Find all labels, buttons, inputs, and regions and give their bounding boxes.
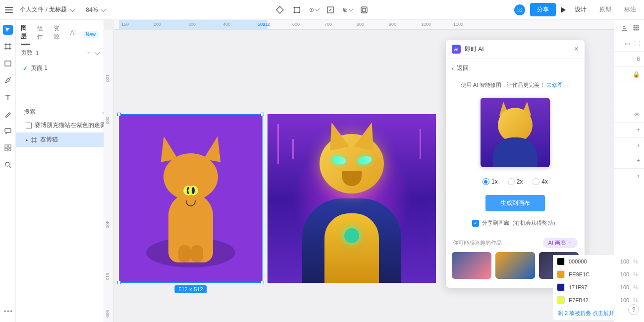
ai-panel-title: 即时 AI (465, 45, 484, 54)
more-icon[interactable]: ••• (4, 308, 13, 315)
svg-point-23 (638, 25, 639, 27)
pencil-icon[interactable] (3, 109, 13, 119)
svg-rect-0 (276, 6, 283, 13)
frame-tool-icon[interactable] (3, 42, 13, 52)
svg-rect-11 (361, 7, 367, 13)
scale-2x-radio[interactable]: 2x (508, 178, 523, 185)
color-row[interactable]: E7FB42100% (553, 294, 642, 307)
rectangle-icon[interactable] (3, 59, 13, 68)
resize-handle[interactable] (117, 113, 121, 116)
chevron-left-icon: ‹ (452, 65, 454, 72)
share-button[interactable]: 分享 (530, 3, 556, 16)
ai-panel: AI 即时 AI × ‹ 返回 使用 AI 智能修图，让作品更完美！ 去修图 →… (446, 40, 585, 288)
svg-point-18 (8, 148, 11, 151)
svg-rect-1 (294, 7, 299, 12)
image-layer-icon (26, 123, 32, 129)
lock-icon[interactable]: 🔒 (633, 71, 640, 78)
resize-handle[interactable] (261, 113, 264, 116)
expand-icon[interactable]: ⛶ (634, 40, 640, 47)
tab-ai[interactable]: AI (70, 29, 76, 39)
text-icon[interactable] (3, 92, 13, 102)
ai-logo-icon: AI (452, 45, 461, 54)
page-item[interactable]: ✓ 页面 1 (16, 61, 104, 75)
ruler-horizontal: 150 200 300 400 500 512 600 700 800 900 … (114, 20, 614, 30)
tab-annotate[interactable]: 标注 (620, 3, 640, 16)
color-row[interactable]: 171F97100% (553, 281, 642, 294)
resize-handle[interactable] (117, 281, 121, 284)
comment-icon[interactable] (3, 126, 13, 136)
svg-point-5 (299, 11, 300, 13)
gallery-thumb[interactable] (495, 252, 535, 279)
frame-icon[interactable] (292, 5, 301, 14)
add-icon[interactable]: + (637, 127, 640, 133)
generate-button[interactable]: 生成到画布 (485, 195, 545, 211)
avatar[interactable]: 比 (514, 4, 525, 15)
artboard-cyber-cat[interactable] (268, 114, 436, 283)
add-icon[interactable]: + (637, 173, 640, 180)
artboard-cartoon-cat[interactable]: 512 × 512 (119, 114, 263, 283)
hamburger-icon[interactable] (4, 5, 14, 15)
grid-icon[interactable] (632, 24, 640, 32)
pages-label: 页数 (21, 49, 33, 57)
tab-components[interactable]: 组件 (37, 24, 47, 44)
scale-4x-radio[interactable]: 4x (533, 178, 548, 185)
svg-rect-10 (345, 9, 347, 11)
ai-preview-image (481, 98, 550, 167)
gallery-link[interactable]: AI 画廊 → (543, 238, 578, 248)
close-button[interactable]: × (574, 45, 579, 54)
svg-point-3 (299, 6, 300, 8)
plugin-icon[interactable] (3, 143, 13, 153)
go-edit-link[interactable]: 去修图 → (546, 82, 570, 88)
svg-point-27 (634, 29, 635, 31)
tab-new-badge[interactable]: New (83, 31, 99, 38)
edit-icon[interactable] (326, 5, 335, 14)
breadcrumb[interactable]: 个人文件 / 无标题 (20, 5, 74, 14)
svg-point-28 (636, 29, 637, 31)
chevron-down-icon[interactable] (95, 49, 100, 55)
align-icon[interactable] (620, 24, 628, 32)
layer-item[interactable]: 赛博朋克猫站在紫色的迷雾中... (16, 118, 104, 132)
cartoon-cat (154, 138, 228, 262)
help-button[interactable]: ? (628, 304, 639, 315)
rect-icon[interactable]: ▭ (625, 40, 630, 47)
tab-layers[interactable]: 图层 (21, 24, 30, 45)
svg-point-24 (634, 27, 635, 29)
svg-point-19 (5, 162, 9, 166)
visibility-icon[interactable]: 👁 (634, 111, 640, 118)
tab-assets[interactable]: 资源 (54, 24, 63, 44)
chevron-down-icon (101, 6, 106, 11)
layer-item-selected[interactable]: ▸ 赛博猫 (16, 132, 104, 147)
search-icon[interactable] (3, 160, 13, 170)
tab-prototype[interactable]: 原型 (595, 3, 615, 16)
search-input[interactable] (24, 108, 98, 115)
present-icon[interactable] (360, 5, 369, 14)
pen-icon[interactable] (3, 75, 13, 85)
boolean-icon[interactable] (343, 5, 352, 14)
zoom-dropdown[interactable]: 84% (86, 6, 105, 13)
svg-rect-17 (5, 148, 7, 151)
back-button[interactable]: ‹ 返回 (446, 59, 585, 77)
svg-point-7 (311, 9, 312, 10)
cursor-icon[interactable] (3, 25, 13, 35)
svg-point-2 (294, 6, 295, 8)
frame-layer-icon (31, 137, 37, 143)
share-checkbox[interactable]: ✓ (472, 220, 479, 227)
color-row[interactable]: 000000100% (553, 255, 642, 268)
color-row[interactable]: EE9E1C100% (553, 268, 642, 281)
add-page-button[interactable]: + (87, 50, 91, 57)
add-icon[interactable]: + (637, 157, 640, 164)
svg-rect-12 (363, 8, 366, 11)
gallery-thumb[interactable] (452, 252, 491, 279)
add-icon[interactable]: + (637, 142, 640, 149)
ruler-vertical: 100 200 400 512 600 (104, 30, 114, 322)
svg-rect-14 (5, 129, 11, 132)
layer-search[interactable]: ⌄ (16, 105, 104, 118)
scale-1x-radio[interactable]: 1x (483, 178, 498, 185)
circle-icon[interactable] (309, 5, 318, 14)
play-icon[interactable] (561, 7, 566, 13)
tab-design[interactable]: 设计 (571, 3, 590, 16)
svg-rect-16 (8, 145, 11, 147)
diamond-icon[interactable] (275, 5, 284, 14)
svg-point-22 (636, 25, 637, 27)
resize-handle[interactable] (261, 281, 264, 284)
